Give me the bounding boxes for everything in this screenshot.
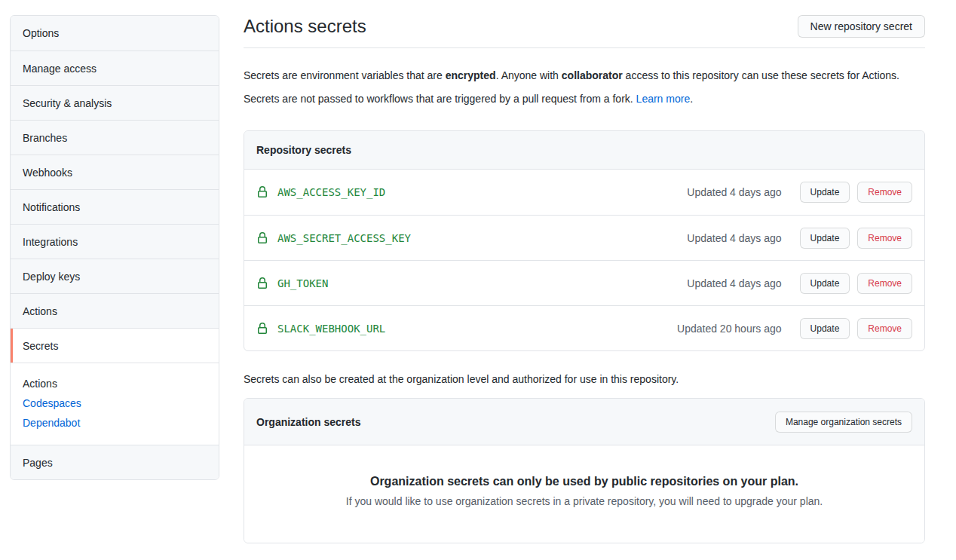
secret-row-actions: Updated 4 days ago Update Remove	[687, 228, 912, 249]
secret-row-actions: Updated 4 days ago Update Remove	[687, 273, 912, 294]
remove-secret-button[interactable]: Remove	[857, 273, 912, 294]
secret-name[interactable]: SLACK_WEBHOOK_URL	[277, 323, 385, 335]
sidebar-item-deploy-keys[interactable]: Deploy keys	[11, 259, 219, 293]
sidebar-subnav: ActionsCodespacesDependabot	[11, 363, 219, 445]
remove-secret-button[interactable]: Remove	[857, 228, 912, 249]
sidebar-item-integrations[interactable]: Integrations	[11, 224, 219, 259]
update-secret-button[interactable]: Update	[800, 228, 850, 249]
organization-note: Secrets can also be created at the organ…	[244, 373, 925, 385]
lock-icon	[256, 323, 268, 335]
sidebar-item-notifications[interactable]: Notifications	[11, 189, 219, 224]
organization-empty-subtitle: If you would like to use organization se…	[256, 495, 912, 507]
secret-row: AWS_SECRET_ACCESS_KEY Updated 4 days ago…	[244, 215, 924, 260]
organization-secrets-box: Organization secrets Manage organization…	[244, 398, 925, 543]
sidebar-subnav-item-dependabot[interactable]: Dependabot	[11, 413, 219, 433]
organization-secrets-title: Organization secrets	[256, 416, 361, 428]
repository-secrets-list: AWS_ACCESS_KEY_ID Updated 4 days ago Upd…	[244, 170, 924, 350]
page-header: Actions secrets New repository secret	[244, 15, 925, 48]
new-repository-secret-button[interactable]: New repository secret	[798, 15, 925, 38]
secret-row-actions: Updated 20 hours ago Update Remove	[677, 318, 912, 339]
learn-more-link[interactable]: Learn more	[636, 93, 691, 105]
secret-row-actions: Updated 4 days ago Update Remove	[687, 182, 912, 203]
secret-name[interactable]: AWS_ACCESS_KEY_ID	[277, 186, 385, 198]
description-line: Secrets are environment variables that a…	[244, 64, 925, 87]
sidebar-subnav-item-actions[interactable]: Actions	[11, 374, 219, 393]
sidebar-item-options[interactable]: Options	[11, 16, 219, 50]
update-secret-button[interactable]: Update	[800, 273, 850, 294]
sidebar-items: OptionsManage accessSecurity & analysisB…	[11, 16, 219, 363]
secret-name[interactable]: AWS_SECRET_ACCESS_KEY	[277, 232, 411, 244]
sidebar-item-actions[interactable]: Actions	[11, 293, 219, 328]
organization-empty-title: Organization secrets can only be used by…	[256, 475, 912, 488]
repository-secrets-header: Repository secrets	[244, 131, 924, 170]
lock-icon	[256, 186, 268, 198]
sidebar-item-security-analysis[interactable]: Security & analysis	[11, 85, 219, 120]
page-title: Actions secrets	[244, 16, 366, 37]
sidebar-item-pages[interactable]: Pages	[11, 445, 219, 479]
actions-secrets-panel: Actions secrets New repository secret Se…	[244, 15, 925, 543]
update-secret-button[interactable]: Update	[800, 318, 850, 339]
sidebar-item-secrets[interactable]: Secrets	[11, 328, 219, 363]
organization-secrets-empty-state: Organization secrets can only be used by…	[244, 445, 924, 543]
sidebar-subnav-item-codespaces[interactable]: Codespaces	[11, 393, 219, 413]
sidebar-item-manage-access[interactable]: Manage access	[11, 50, 219, 85]
manage-organization-secrets-button[interactable]: Manage organization secrets	[775, 412, 912, 433]
secret-name[interactable]: GH_TOKEN	[277, 277, 328, 289]
organization-secrets-header: Organization secrets Manage organization…	[244, 399, 924, 445]
secret-row: GH_TOKEN Updated 4 days ago Update Remov…	[244, 260, 924, 305]
secret-updated-timestamp: Updated 20 hours ago	[677, 323, 782, 335]
settings-sidebar: OptionsManage accessSecurity & analysisB…	[10, 15, 219, 480]
sidebar-item-branches[interactable]: Branches	[11, 120, 219, 155]
description-line: Secrets are not passed to workflows that…	[244, 87, 925, 111]
remove-secret-button[interactable]: Remove	[857, 318, 912, 339]
update-secret-button[interactable]: Update	[800, 182, 850, 203]
secret-updated-timestamp: Updated 4 days ago	[687, 186, 781, 198]
repository-secrets-box: Repository secrets AWS_ACCESS_KEY_ID Upd…	[244, 130, 925, 351]
lock-icon	[256, 277, 268, 289]
sidebar-item-webhooks[interactable]: Webhooks	[11, 155, 219, 189]
repository-secrets-title: Repository secrets	[256, 144, 351, 156]
secret-row: AWS_ACCESS_KEY_ID Updated 4 days ago Upd…	[244, 170, 924, 215]
lock-icon	[256, 232, 268, 244]
secret-row: SLACK_WEBHOOK_URL Updated 20 hours ago U…	[244, 305, 924, 350]
secret-updated-timestamp: Updated 4 days ago	[687, 232, 781, 244]
secret-updated-timestamp: Updated 4 days ago	[687, 277, 781, 289]
remove-secret-button[interactable]: Remove	[857, 182, 912, 203]
secrets-description: Secrets are environment variables that a…	[244, 64, 925, 111]
